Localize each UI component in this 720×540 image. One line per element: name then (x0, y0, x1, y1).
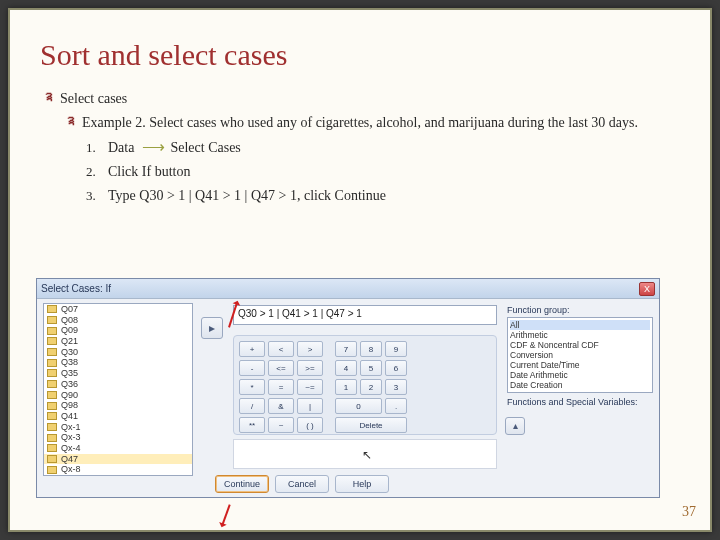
variable-icon (47, 423, 57, 431)
keypad-button[interactable]: 5 (360, 360, 382, 376)
variable-label: Q35 (61, 368, 78, 379)
function-group-item[interactable]: Current Date/Time (510, 360, 650, 370)
variable-item[interactable]: Q38 (44, 357, 192, 368)
function-group-item[interactable]: Date Arithmetic (510, 370, 650, 380)
variable-item[interactable]: Qx-8 (44, 464, 192, 475)
keypad-button[interactable]: >= (297, 360, 323, 376)
function-panel: Function group: AllArithmeticCDF & Nonce… (507, 305, 653, 441)
variable-item[interactable]: Q36 (44, 379, 192, 390)
variable-icon (47, 337, 57, 345)
keypad-button[interactable]: < (268, 341, 294, 357)
variable-item[interactable]: Q35 (44, 368, 192, 379)
keypad-button[interactable]: 6 (385, 360, 407, 376)
bullet-icon: ༉ (66, 114, 74, 131)
dialog-title: Select Cases: If (41, 283, 111, 294)
variable-item[interactable]: Q08 (44, 315, 192, 326)
keypad-button[interactable]: & (268, 398, 294, 414)
variable-list[interactable]: Q07Q08Q09Q21Q30Q38Q35Q36Q90Q98Q41Qx-1Qx-… (43, 303, 193, 476)
dialog-titlebar: Select Cases: If X (37, 279, 659, 299)
variable-item[interactable]: Q07 (44, 304, 192, 315)
continue-button[interactable]: Continue (215, 475, 269, 493)
keypad-button[interactable]: 4 (335, 360, 357, 376)
step-number: 2. (86, 164, 100, 180)
keypad-button[interactable]: 3 (385, 379, 407, 395)
function-group-item[interactable]: CDF & Noncentral CDF (510, 340, 650, 350)
variable-item[interactable]: Qx-1 (44, 422, 192, 433)
variable-icon (47, 455, 57, 463)
keypad-button[interactable]: = (268, 379, 294, 395)
bullet-level2: ༉ Example 2. Select cases who used any o… (66, 114, 682, 132)
keypad-button[interactable]: ~ (268, 417, 294, 433)
step-text: Data ⟶ Select Cases (108, 137, 241, 157)
keypad-button[interactable]: 9 (385, 341, 407, 357)
slide-title: Sort and select cases (40, 38, 682, 72)
keypad-button[interactable]: - (239, 360, 265, 376)
description-area: ↖ (233, 439, 497, 469)
variable-label: Q07 (61, 304, 78, 315)
keypad-button[interactable]: 0 (335, 398, 382, 414)
variable-item[interactable]: Q30 (44, 347, 192, 358)
variable-label: Qx-1 (61, 422, 81, 433)
keypad-button[interactable]: | (297, 398, 323, 414)
help-button[interactable]: Help (335, 475, 389, 493)
keypad-button[interactable]: 7 (335, 341, 357, 357)
expression-input[interactable]: Q30 > 1 | Q41 > 1 | Q47 > 1 (233, 305, 497, 325)
keypad-button[interactable]: 8 (360, 341, 382, 357)
variable-item[interactable]: Q41 (44, 411, 192, 422)
function-group-list[interactable]: AllArithmeticCDF & Noncentral CDFConvers… (507, 317, 653, 393)
keypad-button[interactable]: 1 (335, 379, 357, 395)
function-group-item[interactable]: All (510, 320, 650, 330)
keypad-button[interactable]: Delete (335, 417, 407, 433)
variable-item[interactable]: Qx-4 (44, 443, 192, 454)
step-text: Type Q30 > 1 | Q41 > 1 | Q47 > 1, click … (108, 187, 386, 205)
function-group-item[interactable]: Date Creation (510, 380, 650, 390)
step-text: Click If button (108, 163, 190, 181)
keypad-button[interactable]: 2 (360, 379, 382, 395)
bullet-icon: ༉ (44, 90, 52, 107)
keypad-button[interactable]: ** (239, 417, 265, 433)
variable-icon (47, 391, 57, 399)
variable-label: Q98 (61, 400, 78, 411)
spss-dialog: Select Cases: If X Q07Q08Q09Q21Q30Q38Q35… (36, 278, 660, 498)
keypad-button[interactable]: ~= (297, 379, 323, 395)
page-number: 37 (682, 504, 696, 520)
bullet-text: Select cases (60, 90, 127, 108)
step-2: 2. Click If button (86, 163, 682, 181)
keypad-button[interactable]: * (239, 379, 265, 395)
variable-item[interactable]: Q21 (44, 336, 192, 347)
keypad-button[interactable]: > (297, 341, 323, 357)
insert-function-button[interactable]: ▴ (505, 417, 525, 435)
variable-icon (47, 327, 57, 335)
variable-label: Q09 (61, 325, 78, 336)
bullet-level1: ༉ Select cases (44, 90, 682, 108)
keypad-button[interactable]: / (239, 398, 265, 414)
cursor-icon: ↖ (362, 448, 372, 462)
function-group-item[interactable]: Arithmetic (510, 330, 650, 340)
variable-label: Q08 (61, 315, 78, 326)
variable-label: Q30 (61, 347, 78, 358)
close-icon[interactable]: X (639, 282, 655, 296)
variable-item[interactable]: Q09 (44, 325, 192, 336)
keypad-button[interactable]: . (385, 398, 407, 414)
variable-item[interactable]: Q90 (44, 390, 192, 401)
keypad-button[interactable]: ( ) (297, 417, 323, 433)
variable-label: Q21 (61, 336, 78, 347)
variable-item[interactable]: Q98 (44, 400, 192, 411)
variable-icon (47, 434, 57, 442)
keypad-button[interactable]: + (239, 341, 265, 357)
keypad: +<>789-<=>=456*=~=123/&|0.**~( )Delete (233, 335, 497, 435)
step-number: 1. (86, 140, 100, 156)
variable-item[interactable]: Q47 (44, 454, 192, 465)
cancel-button[interactable]: Cancel (275, 475, 329, 493)
variable-label: Q41 (61, 411, 78, 422)
move-right-button[interactable]: ▸ (201, 317, 223, 339)
variable-icon (47, 369, 57, 377)
variable-icon (47, 412, 57, 420)
function-group-item[interactable]: Conversion (510, 350, 650, 360)
variable-icon (47, 466, 57, 474)
variable-icon (47, 316, 57, 324)
keypad-button[interactable]: <= (268, 360, 294, 376)
variable-icon (47, 444, 57, 452)
variable-icon (47, 348, 57, 356)
variable-item[interactable]: Qx-3 (44, 432, 192, 443)
